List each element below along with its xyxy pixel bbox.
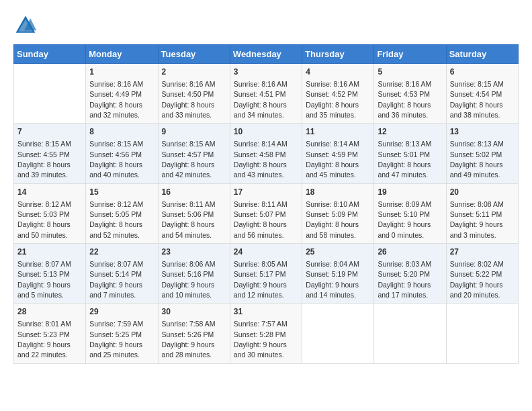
calendar-cell: 15Sunrise: 8:12 AM Sunset: 5:05 PM Dayli… — [86, 183, 158, 243]
day-number: 21 — [17, 246, 82, 258]
day-number: 6 — [450, 66, 515, 78]
calendar-cell: 27Sunrise: 8:02 AM Sunset: 5:22 PM Dayli… — [446, 244, 518, 304]
calendar-week-3: 14Sunrise: 8:12 AM Sunset: 5:03 PM Dayli… — [14, 183, 519, 243]
column-header-monday: Monday — [86, 45, 158, 64]
day-number: 23 — [162, 246, 226, 258]
day-number: 26 — [378, 246, 442, 258]
day-info: Sunrise: 8:14 AM Sunset: 4:58 PM Dayligh… — [234, 140, 287, 179]
day-number: 14 — [17, 187, 82, 198]
day-info: Sunrise: 8:15 AM Sunset: 4:57 PM Dayligh… — [162, 140, 216, 179]
day-number: 28 — [17, 306, 82, 318]
day-number: 9 — [162, 126, 226, 138]
calendar-cell: 10Sunrise: 8:14 AM Sunset: 4:58 PM Dayli… — [230, 124, 302, 183]
day-number: 30 — [162, 306, 226, 318]
day-number: 18 — [306, 187, 370, 198]
calendar-cell: 6Sunrise: 8:15 AM Sunset: 4:54 PM Daylig… — [446, 64, 518, 124]
day-info: Sunrise: 8:13 AM Sunset: 5:01 PM Dayligh… — [378, 140, 431, 179]
day-info: Sunrise: 8:07 AM Sunset: 5:13 PM Dayligh… — [17, 260, 71, 299]
day-info: Sunrise: 8:15 AM Sunset: 4:55 PM Dayligh… — [17, 140, 71, 179]
day-info: Sunrise: 7:58 AM Sunset: 5:26 PM Dayligh… — [162, 320, 216, 359]
calendar-cell: 13Sunrise: 8:13 AM Sunset: 5:02 PM Dayli… — [446, 124, 518, 183]
calendar-cell: 29Sunrise: 7:59 AM Sunset: 5:25 PM Dayli… — [86, 304, 158, 363]
calendar-week-4: 21Sunrise: 8:07 AM Sunset: 5:13 PM Dayli… — [14, 244, 519, 304]
day-number: 15 — [89, 187, 154, 198]
calendar-cell — [374, 304, 446, 363]
day-number: 31 — [234, 306, 298, 318]
calendar-cell: 2Sunrise: 8:16 AM Sunset: 4:50 PM Daylig… — [158, 64, 230, 124]
calendar-cell — [302, 304, 374, 363]
day-info: Sunrise: 8:11 AM Sunset: 5:06 PM Dayligh… — [162, 200, 216, 239]
calendar-cell: 28Sunrise: 8:01 AM Sunset: 5:23 PM Dayli… — [14, 304, 86, 363]
day-info: Sunrise: 8:13 AM Sunset: 5:02 PM Dayligh… — [450, 140, 504, 179]
day-number: 1 — [89, 66, 154, 78]
calendar-cell: 11Sunrise: 8:14 AM Sunset: 4:59 PM Dayli… — [302, 124, 374, 183]
day-info: Sunrise: 8:16 AM Sunset: 4:51 PM Dayligh… — [234, 80, 287, 119]
column-header-friday: Friday — [374, 45, 446, 64]
calendar-cell: 7Sunrise: 8:15 AM Sunset: 4:55 PM Daylig… — [14, 124, 86, 183]
column-header-saturday: Saturday — [446, 45, 518, 64]
day-info: Sunrise: 8:09 AM Sunset: 5:10 PM Dayligh… — [378, 200, 431, 239]
day-info: Sunrise: 8:02 AM Sunset: 5:22 PM Dayligh… — [450, 260, 504, 299]
day-info: Sunrise: 8:16 AM Sunset: 4:50 PM Dayligh… — [162, 80, 216, 119]
day-info: Sunrise: 8:08 AM Sunset: 5:11 PM Dayligh… — [450, 200, 504, 239]
column-header-wednesday: Wednesday — [230, 45, 302, 64]
day-number: 2 — [162, 66, 226, 78]
column-header-tuesday: Tuesday — [158, 45, 230, 64]
day-info: Sunrise: 8:01 AM Sunset: 5:23 PM Dayligh… — [17, 320, 71, 359]
column-header-sunday: Sunday — [14, 45, 86, 64]
day-info: Sunrise: 8:14 AM Sunset: 4:59 PM Dayligh… — [306, 140, 359, 179]
day-number: 22 — [89, 246, 154, 258]
calendar-cell: 21Sunrise: 8:07 AM Sunset: 5:13 PM Dayli… — [14, 244, 86, 304]
day-info: Sunrise: 7:59 AM Sunset: 5:25 PM Dayligh… — [89, 320, 143, 359]
calendar-week-2: 7Sunrise: 8:15 AM Sunset: 4:55 PM Daylig… — [14, 124, 519, 183]
calendar-cell: 26Sunrise: 8:03 AM Sunset: 5:20 PM Dayli… — [374, 244, 446, 304]
logo-icon — [13, 13, 38, 38]
calendar-table: SundayMondayTuesdayWednesdayThursdayFrid… — [13, 44, 519, 364]
calendar-cell: 22Sunrise: 8:07 AM Sunset: 5:14 PM Dayli… — [86, 244, 158, 304]
calendar-cell: 30Sunrise: 7:58 AM Sunset: 5:26 PM Dayli… — [158, 304, 230, 363]
day-info: Sunrise: 8:10 AM Sunset: 5:09 PM Dayligh… — [306, 200, 359, 239]
day-number: 11 — [306, 126, 370, 138]
day-info: Sunrise: 8:16 AM Sunset: 4:53 PM Dayligh… — [378, 80, 431, 119]
day-info: Sunrise: 8:03 AM Sunset: 5:20 PM Dayligh… — [378, 260, 431, 299]
day-number: 17 — [234, 187, 298, 198]
day-number: 13 — [450, 126, 515, 138]
calendar-cell: 17Sunrise: 8:11 AM Sunset: 5:07 PM Dayli… — [230, 183, 302, 243]
day-info: Sunrise: 8:16 AM Sunset: 4:52 PM Dayligh… — [306, 80, 359, 119]
calendar-cell: 19Sunrise: 8:09 AM Sunset: 5:10 PM Dayli… — [374, 183, 446, 243]
calendar-cell: 4Sunrise: 8:16 AM Sunset: 4:52 PM Daylig… — [302, 64, 374, 124]
calendar-cell — [446, 304, 518, 363]
calendar-cell: 12Sunrise: 8:13 AM Sunset: 5:01 PM Dayli… — [374, 124, 446, 183]
day-info: Sunrise: 8:11 AM Sunset: 5:07 PM Dayligh… — [234, 200, 287, 239]
day-info: Sunrise: 8:12 AM Sunset: 5:05 PM Dayligh… — [89, 200, 143, 239]
calendar-cell: 5Sunrise: 8:16 AM Sunset: 4:53 PM Daylig… — [374, 64, 446, 124]
calendar-cell: 25Sunrise: 8:04 AM Sunset: 5:19 PM Dayli… — [302, 244, 374, 304]
day-number: 4 — [306, 66, 370, 78]
calendar-cell: 24Sunrise: 8:05 AM Sunset: 5:17 PM Dayli… — [230, 244, 302, 304]
day-number: 27 — [450, 246, 515, 258]
calendar-cell: 8Sunrise: 8:15 AM Sunset: 4:56 PM Daylig… — [86, 124, 158, 183]
day-number: 19 — [378, 187, 442, 198]
calendar-week-1: 1Sunrise: 8:16 AM Sunset: 4:49 PM Daylig… — [14, 64, 519, 124]
calendar-cell: 23Sunrise: 8:06 AM Sunset: 5:16 PM Dayli… — [158, 244, 230, 304]
calendar-cell: 18Sunrise: 8:10 AM Sunset: 5:09 PM Dayli… — [302, 183, 374, 243]
day-number: 24 — [234, 246, 298, 258]
calendar-cell: 1Sunrise: 8:16 AM Sunset: 4:49 PM Daylig… — [86, 64, 158, 124]
calendar-cell: 20Sunrise: 8:08 AM Sunset: 5:11 PM Dayli… — [446, 183, 518, 243]
day-number: 29 — [89, 306, 154, 318]
day-number: 3 — [234, 66, 298, 78]
day-number: 12 — [378, 126, 442, 138]
column-header-thursday: Thursday — [302, 45, 374, 64]
logo — [13, 13, 42, 38]
day-info: Sunrise: 8:05 AM Sunset: 5:17 PM Dayligh… — [234, 260, 287, 299]
day-info: Sunrise: 8:12 AM Sunset: 5:03 PM Dayligh… — [17, 200, 71, 239]
day-info: Sunrise: 8:15 AM Sunset: 4:54 PM Dayligh… — [450, 80, 504, 119]
day-number: 8 — [89, 126, 154, 138]
day-number: 20 — [450, 187, 515, 198]
calendar-cell: 31Sunrise: 7:57 AM Sunset: 5:28 PM Dayli… — [230, 304, 302, 363]
day-info: Sunrise: 8:06 AM Sunset: 5:16 PM Dayligh… — [162, 260, 216, 299]
calendar-week-5: 28Sunrise: 8:01 AM Sunset: 5:23 PM Dayli… — [14, 304, 519, 363]
day-number: 25 — [306, 246, 370, 258]
day-number: 16 — [162, 187, 226, 198]
day-info: Sunrise: 8:04 AM Sunset: 5:19 PM Dayligh… — [306, 260, 359, 299]
